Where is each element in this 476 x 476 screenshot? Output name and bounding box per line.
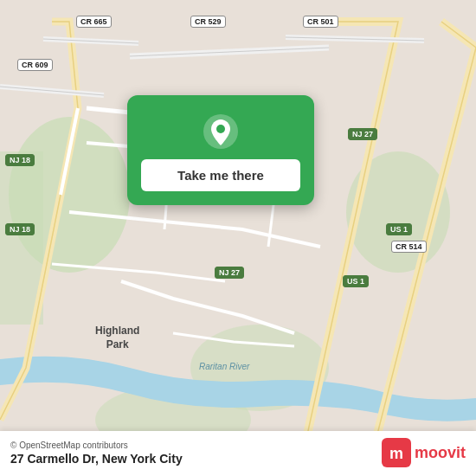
moovit-text: moovit (415, 444, 466, 462)
road-badge-cr665: CR 665 (76, 16, 112, 28)
take-me-there-button[interactable]: Take me there (141, 159, 300, 191)
road-badge-us1b: US 1 (343, 275, 369, 287)
road-badge-cr514: CR 514 (391, 241, 427, 253)
moovit-icon: m (382, 438, 411, 467)
bottom-bar: © OpenStreetMap contributors 27 Carmello… (0, 431, 476, 476)
bottom-left: © OpenStreetMap contributors 27 Carmello… (10, 441, 183, 466)
location-pin-icon (202, 113, 240, 151)
map-svg (0, 0, 476, 476)
road-badge-nj18a: NJ 18 (5, 154, 35, 166)
copyright-text: © OpenStreetMap contributors (10, 441, 183, 450)
svg-point-7 (216, 125, 225, 133)
map-container: CR 665 CR 529 CR 501 CR 609 NJ 27 NJ 18 … (0, 0, 476, 476)
road-badge-nj27a: NJ 27 (348, 128, 377, 140)
road-badge-nj18b: NJ 18 (5, 223, 35, 235)
road-badge-cr529: CR 529 (190, 16, 226, 28)
svg-text:m: m (389, 445, 403, 462)
road-badge-cr501: CR 501 (303, 16, 338, 28)
road-badge-us1a: US 1 (386, 223, 412, 235)
address-text: 27 Carmello Dr, New York City (10, 452, 183, 466)
road-badge-cr609: CR 609 (17, 59, 53, 71)
moovit-logo: m moovit (382, 438, 466, 467)
road-badge-nj27b: NJ 27 (215, 267, 244, 279)
action-card: Take me there (127, 95, 314, 205)
